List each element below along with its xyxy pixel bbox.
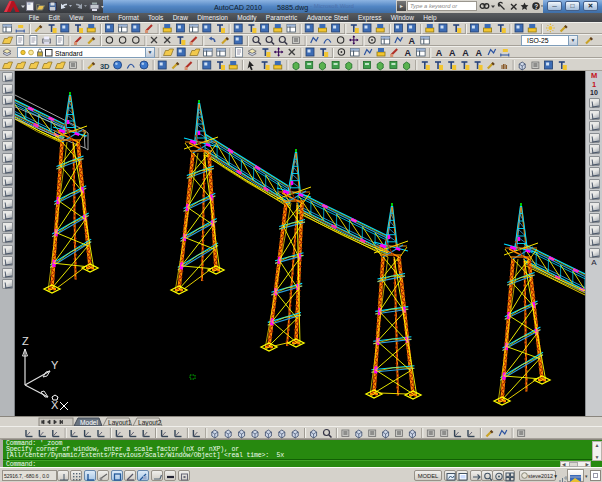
- svg-text:A: A: [436, 48, 443, 58]
- svg-text:X: X: [51, 399, 59, 411]
- svg-text:A: A: [449, 48, 456, 58]
- svg-text:Z: Z: [22, 335, 29, 347]
- svg-text:Y: Y: [51, 359, 59, 371]
- svg-text:3D: 3D: [100, 62, 110, 71]
- svg-text:A: A: [404, 48, 411, 58]
- svg-text:?: ?: [534, 3, 538, 10]
- svg-text:A: A: [462, 48, 469, 58]
- svg-text:Model: Model: [80, 419, 98, 426]
- svg-text:A: A: [475, 48, 482, 58]
